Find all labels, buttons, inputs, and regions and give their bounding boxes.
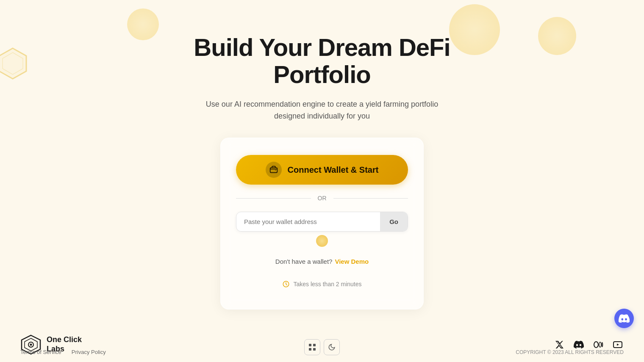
theme-toggle-button[interactable]: [324, 339, 340, 355]
view-demo-link[interactable]: View Demo: [335, 258, 369, 265]
time-notice-text: Takes less than 2 minutes: [293, 281, 361, 287]
or-divider: OR: [236, 195, 408, 202]
hero-title: Build Your Dream DeFi Portfolio: [153, 34, 491, 88]
discord-icon[interactable]: [573, 339, 585, 351]
svg-rect-7: [313, 344, 316, 346]
main-card: Connect Wallet & Start OR Go Don't have …: [220, 138, 424, 309]
svg-point-10: [594, 342, 598, 348]
svg-point-12: [602, 343, 603, 347]
connect-wallet-label: Connect Wallet & Start: [288, 165, 379, 175]
footer: One Click Labs Terms of Service Privacy …: [0, 327, 644, 362]
clock-icon: [282, 280, 290, 288]
wallet-address-input[interactable]: [236, 212, 380, 231]
discord-fab-button[interactable]: [614, 309, 634, 328]
go-button[interactable]: Go: [380, 212, 408, 231]
connect-wallet-button[interactable]: Connect Wallet & Start: [236, 155, 408, 185]
deco-circle: [316, 235, 328, 247]
divider-line-right: [333, 198, 408, 199]
privacy-link[interactable]: Privacy Policy: [72, 349, 106, 355]
svg-point-5: [30, 344, 32, 346]
svg-rect-0: [270, 168, 277, 173]
twitter-icon[interactable]: [553, 339, 565, 351]
wallet-input-container: Go: [236, 212, 408, 232]
svg-rect-8: [309, 348, 311, 351]
terms-link[interactable]: Terms of Service: [20, 349, 61, 355]
social-icons: [553, 339, 624, 351]
grid-icon-button[interactable]: [304, 339, 320, 355]
svg-rect-9: [313, 348, 316, 351]
time-notice: Takes less than 2 minutes: [282, 280, 361, 288]
youtube-icon[interactable]: [612, 339, 624, 351]
hex-decoration: [0, 47, 30, 80]
divider-line-left: [236, 198, 311, 199]
footer-links: Terms of Service Privacy Policy: [20, 349, 106, 355]
svg-rect-6: [309, 344, 311, 346]
or-text: OR: [318, 195, 327, 202]
wallet-icon: [266, 162, 282, 178]
hero-subtitle: Use our AI recommendation engine to crea…: [203, 98, 441, 123]
svg-point-11: [599, 342, 601, 347]
no-wallet-text: Don't have a wallet?: [275, 258, 333, 265]
no-wallet-row: Don't have a wallet? View Demo: [275, 258, 369, 265]
footer-center-icons: [304, 339, 340, 355]
main-content: Build Your Dream DeFi Portfolio Use our …: [0, 0, 644, 309]
medium-icon[interactable]: [592, 339, 604, 351]
copyright-text: COPYRIGHT © 2023 ALL RIGHTS RESERVED: [516, 349, 624, 355]
